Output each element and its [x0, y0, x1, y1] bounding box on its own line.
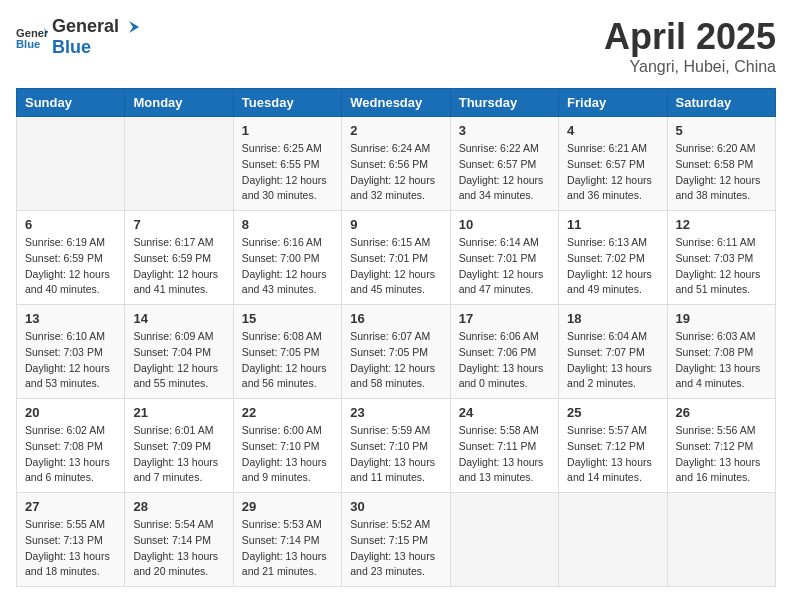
day-number: 22 — [242, 405, 333, 420]
day-info: Sunrise: 6:25 AM Sunset: 6:55 PM Dayligh… — [242, 141, 333, 204]
weekday-header-tuesday: Tuesday — [233, 89, 341, 117]
weekday-header-friday: Friday — [559, 89, 667, 117]
day-info: Sunrise: 6:03 AM Sunset: 7:08 PM Dayligh… — [676, 329, 767, 392]
calendar-cell: 18Sunrise: 6:04 AM Sunset: 7:07 PM Dayli… — [559, 305, 667, 399]
calendar-cell: 4Sunrise: 6:21 AM Sunset: 6:57 PM Daylig… — [559, 117, 667, 211]
calendar-cell: 10Sunrise: 6:14 AM Sunset: 7:01 PM Dayli… — [450, 211, 558, 305]
day-info: Sunrise: 5:59 AM Sunset: 7:10 PM Dayligh… — [350, 423, 441, 486]
calendar-cell: 21Sunrise: 6:01 AM Sunset: 7:09 PM Dayli… — [125, 399, 233, 493]
calendar-cell: 20Sunrise: 6:02 AM Sunset: 7:08 PM Dayli… — [17, 399, 125, 493]
day-number: 7 — [133, 217, 224, 232]
day-info: Sunrise: 6:20 AM Sunset: 6:58 PM Dayligh… — [676, 141, 767, 204]
logo-arrow-icon — [121, 19, 141, 35]
day-number: 15 — [242, 311, 333, 326]
header: General Blue General Blue April 2025 Yan… — [16, 16, 776, 76]
day-info: Sunrise: 6:08 AM Sunset: 7:05 PM Dayligh… — [242, 329, 333, 392]
day-number: 18 — [567, 311, 658, 326]
day-info: Sunrise: 5:53 AM Sunset: 7:14 PM Dayligh… — [242, 517, 333, 580]
day-number: 4 — [567, 123, 658, 138]
day-info: Sunrise: 6:16 AM Sunset: 7:00 PM Dayligh… — [242, 235, 333, 298]
day-info: Sunrise: 6:09 AM Sunset: 7:04 PM Dayligh… — [133, 329, 224, 392]
svg-marker-3 — [129, 21, 139, 33]
day-number: 28 — [133, 499, 224, 514]
day-number: 16 — [350, 311, 441, 326]
day-info: Sunrise: 5:56 AM Sunset: 7:12 PM Dayligh… — [676, 423, 767, 486]
day-info: Sunrise: 5:55 AM Sunset: 7:13 PM Dayligh… — [25, 517, 116, 580]
calendar-cell: 23Sunrise: 5:59 AM Sunset: 7:10 PM Dayli… — [342, 399, 450, 493]
day-info: Sunrise: 6:19 AM Sunset: 6:59 PM Dayligh… — [25, 235, 116, 298]
calendar-cell: 16Sunrise: 6:07 AM Sunset: 7:05 PM Dayli… — [342, 305, 450, 399]
calendar-cell — [559, 493, 667, 587]
calendar-cell: 22Sunrise: 6:00 AM Sunset: 7:10 PM Dayli… — [233, 399, 341, 493]
calendar-cell: 15Sunrise: 6:08 AM Sunset: 7:05 PM Dayli… — [233, 305, 341, 399]
day-number: 25 — [567, 405, 658, 420]
calendar-cell: 8Sunrise: 6:16 AM Sunset: 7:00 PM Daylig… — [233, 211, 341, 305]
calendar-cell — [125, 117, 233, 211]
logo-icon: General Blue — [16, 23, 48, 51]
day-info: Sunrise: 6:00 AM Sunset: 7:10 PM Dayligh… — [242, 423, 333, 486]
logo-general-text: General — [52, 16, 119, 37]
day-number: 20 — [25, 405, 116, 420]
month-title: April 2025 — [604, 16, 776, 58]
day-number: 6 — [25, 217, 116, 232]
day-number: 19 — [676, 311, 767, 326]
calendar-cell: 24Sunrise: 5:58 AM Sunset: 7:11 PM Dayli… — [450, 399, 558, 493]
day-number: 8 — [242, 217, 333, 232]
day-number: 29 — [242, 499, 333, 514]
calendar-cell: 5Sunrise: 6:20 AM Sunset: 6:58 PM Daylig… — [667, 117, 775, 211]
weekday-header-thursday: Thursday — [450, 89, 558, 117]
weekday-header-monday: Monday — [125, 89, 233, 117]
weekday-header-wednesday: Wednesday — [342, 89, 450, 117]
day-number: 1 — [242, 123, 333, 138]
weekday-header-sunday: Sunday — [17, 89, 125, 117]
day-number: 17 — [459, 311, 550, 326]
calendar-cell: 28Sunrise: 5:54 AM Sunset: 7:14 PM Dayli… — [125, 493, 233, 587]
day-number: 10 — [459, 217, 550, 232]
day-number: 12 — [676, 217, 767, 232]
calendar-cell: 13Sunrise: 6:10 AM Sunset: 7:03 PM Dayli… — [17, 305, 125, 399]
day-number: 27 — [25, 499, 116, 514]
svg-text:Blue: Blue — [16, 38, 40, 50]
day-info: Sunrise: 6:22 AM Sunset: 6:57 PM Dayligh… — [459, 141, 550, 204]
day-info: Sunrise: 6:14 AM Sunset: 7:01 PM Dayligh… — [459, 235, 550, 298]
calendar-cell: 9Sunrise: 6:15 AM Sunset: 7:01 PM Daylig… — [342, 211, 450, 305]
day-number: 21 — [133, 405, 224, 420]
svg-text:General: General — [16, 27, 48, 39]
day-info: Sunrise: 5:57 AM Sunset: 7:12 PM Dayligh… — [567, 423, 658, 486]
day-number: 9 — [350, 217, 441, 232]
day-info: Sunrise: 6:10 AM Sunset: 7:03 PM Dayligh… — [25, 329, 116, 392]
calendar-week-1: 1Sunrise: 6:25 AM Sunset: 6:55 PM Daylig… — [17, 117, 776, 211]
calendar-week-3: 13Sunrise: 6:10 AM Sunset: 7:03 PM Dayli… — [17, 305, 776, 399]
day-number: 23 — [350, 405, 441, 420]
calendar-cell: 1Sunrise: 6:25 AM Sunset: 6:55 PM Daylig… — [233, 117, 341, 211]
day-number: 11 — [567, 217, 658, 232]
calendar-cell: 11Sunrise: 6:13 AM Sunset: 7:02 PM Dayli… — [559, 211, 667, 305]
day-info: Sunrise: 6:15 AM Sunset: 7:01 PM Dayligh… — [350, 235, 441, 298]
calendar-cell: 7Sunrise: 6:17 AM Sunset: 6:59 PM Daylig… — [125, 211, 233, 305]
calendar-cell: 27Sunrise: 5:55 AM Sunset: 7:13 PM Dayli… — [17, 493, 125, 587]
day-number: 13 — [25, 311, 116, 326]
day-number: 5 — [676, 123, 767, 138]
day-info: Sunrise: 6:01 AM Sunset: 7:09 PM Dayligh… — [133, 423, 224, 486]
day-info: Sunrise: 5:58 AM Sunset: 7:11 PM Dayligh… — [459, 423, 550, 486]
day-number: 30 — [350, 499, 441, 514]
day-info: Sunrise: 6:04 AM Sunset: 7:07 PM Dayligh… — [567, 329, 658, 392]
day-number: 14 — [133, 311, 224, 326]
calendar-cell: 25Sunrise: 5:57 AM Sunset: 7:12 PM Dayli… — [559, 399, 667, 493]
calendar-cell — [17, 117, 125, 211]
day-info: Sunrise: 6:11 AM Sunset: 7:03 PM Dayligh… — [676, 235, 767, 298]
logo: General Blue General Blue — [16, 16, 141, 58]
calendar-cell: 17Sunrise: 6:06 AM Sunset: 7:06 PM Dayli… — [450, 305, 558, 399]
calendar-cell: 2Sunrise: 6:24 AM Sunset: 6:56 PM Daylig… — [342, 117, 450, 211]
day-info: Sunrise: 6:21 AM Sunset: 6:57 PM Dayligh… — [567, 141, 658, 204]
calendar-cell: 3Sunrise: 6:22 AM Sunset: 6:57 PM Daylig… — [450, 117, 558, 211]
day-number: 3 — [459, 123, 550, 138]
calendar-cell: 14Sunrise: 6:09 AM Sunset: 7:04 PM Dayli… — [125, 305, 233, 399]
calendar-cell: 30Sunrise: 5:52 AM Sunset: 7:15 PM Dayli… — [342, 493, 450, 587]
day-info: Sunrise: 5:54 AM Sunset: 7:14 PM Dayligh… — [133, 517, 224, 580]
calendar-week-2: 6Sunrise: 6:19 AM Sunset: 6:59 PM Daylig… — [17, 211, 776, 305]
calendar-cell: 6Sunrise: 6:19 AM Sunset: 6:59 PM Daylig… — [17, 211, 125, 305]
day-number: 24 — [459, 405, 550, 420]
calendar-cell: 12Sunrise: 6:11 AM Sunset: 7:03 PM Dayli… — [667, 211, 775, 305]
day-info: Sunrise: 6:02 AM Sunset: 7:08 PM Dayligh… — [25, 423, 116, 486]
